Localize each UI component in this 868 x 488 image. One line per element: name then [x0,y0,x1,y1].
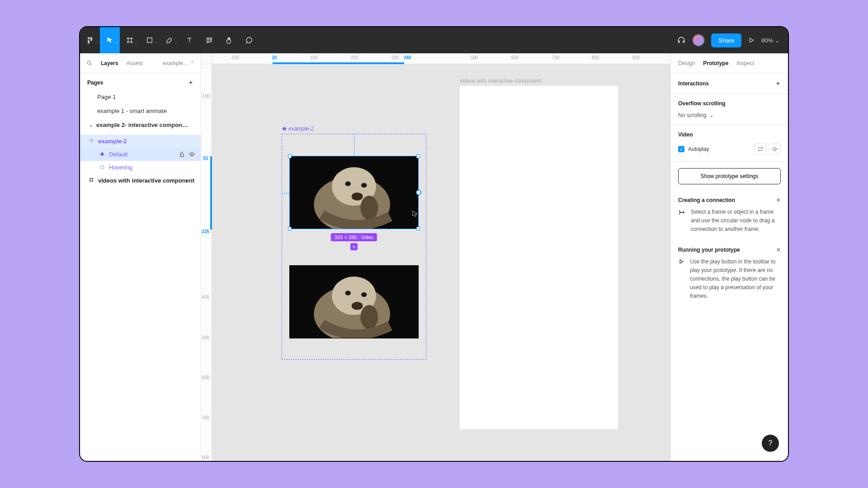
frame-rect[interactable] [460,86,618,429]
layer-variant-hovering[interactable]: Hovering [80,161,201,174]
frame-tool-button[interactable]: ⌄ [120,27,140,53]
ruler-tick: 500 [202,335,209,340]
guide-h [282,193,289,193]
loop-icon [757,146,764,152]
frame-icon [126,36,134,44]
zoom-control[interactable]: 80% ⌄ [761,37,780,44]
layer-component[interactable]: example-2 [80,135,201,148]
pen-tool-button[interactable]: ⌄ [160,27,179,53]
connection-handle[interactable] [416,190,421,195]
tab-prototype[interactable]: Prototype [703,60,728,66]
guide-v [354,134,354,156]
component-label[interactable]: example-2 [282,126,314,132]
video-layer[interactable] [289,265,419,338]
play-icon [678,258,684,301]
svg-point-16 [345,291,350,296]
pen-icon [165,36,174,44]
page-breadcrumb[interactable]: example… ⌃ [163,60,194,66]
comment-tool-button[interactable] [239,27,259,53]
avatar[interactable] [692,34,705,47]
layer-variant-default[interactable]: Default [80,148,201,161]
video-layer-selected[interactable] [289,156,419,229]
right-panel: Design Prototype Inspect Interactions ＋ … [670,53,788,461]
ruler-corner [201,53,212,64]
chevron-up-icon: ⌃ [190,60,194,66]
chevron-down-icon: ⌄ [175,40,178,44]
app-window: ⌄ ⌄ ⌄ ⌄ ⌄ [79,26,789,462]
dimension-badge: 320 × 180 · Video [331,233,377,241]
ruler-tick: 600 [202,375,209,380]
selection-handle[interactable] [288,155,292,158]
close-tip-button[interactable]: ✕ [776,197,781,203]
present-button[interactable] [748,37,755,44]
ruler-tick: 235 [202,229,209,234]
unlock-icon[interactable] [179,151,185,157]
svg-rect-0 [147,38,152,43]
chevron-down-icon: ⌄ [115,40,118,44]
svg-point-17 [361,292,367,297]
right-tabs: Design Prototype Inspect [671,53,788,73]
ruler-selection-v [210,156,212,230]
main-menu-button[interactable]: ⌄ [80,27,100,53]
add-page-button[interactable]: ＋ [188,79,193,86]
selection-handle[interactable] [416,155,420,158]
hand-tool-button[interactable] [219,27,239,53]
canvas[interactable]: videos with interactive component exampl… [212,64,670,461]
svg-point-1 [87,61,90,64]
ruler-tick: 700 [202,415,209,420]
section-video: Video ✓ Autoplay [671,125,788,162]
layers-list: example-2 Default Hovering [80,135,201,187]
shape-tool-button[interactable]: ⌄ [140,27,160,53]
page-item[interactable]: Page 1 [80,90,201,104]
show-prototype-settings-button[interactable]: Show prototype settings [678,168,781,184]
close-tip-button[interactable]: ✕ [776,247,781,253]
ruler-tick: 400 [202,295,209,300]
add-interaction-button[interactable]: ＋ [775,80,781,87]
page-item[interactable]: example 1 - smart animate [80,104,201,118]
help-button[interactable]: ? [762,435,779,452]
eye-icon[interactable] [189,151,195,157]
svg-rect-4 [100,165,104,169]
section-interactions: Interactions ＋ [671,73,788,94]
zoom-value: 80% [761,37,773,44]
video-label: Video [678,131,693,138]
frame-label[interactable]: videos with interactive component [460,78,541,84]
ruler-tick: 600 [511,55,519,60]
left-panel: Layers Assets example… ⌃ Pages ＋ Page 1 … [80,53,201,461]
svg-point-10 [361,183,367,188]
tab-inspect[interactable]: Inspect [736,60,754,66]
autoplay-checkbox[interactable]: ✓ [678,146,684,152]
resources-button[interactable] [199,27,219,53]
overflow-select[interactable]: No scrolling ⌄ [678,112,781,118]
mute-button[interactable] [769,143,781,155]
video-thumbnail-icon [290,266,418,338]
selection-handle[interactable] [288,227,292,230]
tab-design[interactable]: Design [678,60,695,66]
svg-rect-5 [282,127,286,131]
page-item-current[interactable]: ⌄ example 2- interactive compon… [80,118,201,132]
search-icon[interactable] [86,60,93,66]
mute-icon [772,146,778,152]
ruler-tick: 700 [552,55,560,60]
tip-creating-connection: Creating a connection ✕ Select a frame o… [671,191,788,240]
tab-layers[interactable]: Layers [101,60,118,66]
svg-point-3 [191,154,193,155]
resources-icon [205,36,213,44]
add-interaction-button[interactable]: ＋ [350,243,358,250]
move-tool-button[interactable]: ⌄ [100,27,120,53]
ruler-tick: 300 [392,55,399,60]
text-tool-button[interactable] [179,27,199,53]
loop-button[interactable] [755,143,766,155]
tab-assets[interactable]: Assets [127,60,143,66]
canvas-area[interactable]: -10020100200300340500600700800900 -10055… [201,53,670,461]
share-button[interactable]: Share [711,33,741,47]
tip-running-prototype: Running your prototype ✕ Use the play bu… [671,240,788,307]
ruler-tick: -100 [230,55,239,60]
layer-frame[interactable]: videos with interactive component [80,174,201,187]
chevron-down-icon: ⌄ [155,40,158,44]
left-tabs: Layers Assets example… ⌃ [80,53,201,73]
headphones-icon[interactable] [677,36,686,45]
selection-handle[interactable] [416,227,420,230]
video-thumbnail-icon [290,156,418,229]
ruler-tick: 500 [471,55,478,60]
